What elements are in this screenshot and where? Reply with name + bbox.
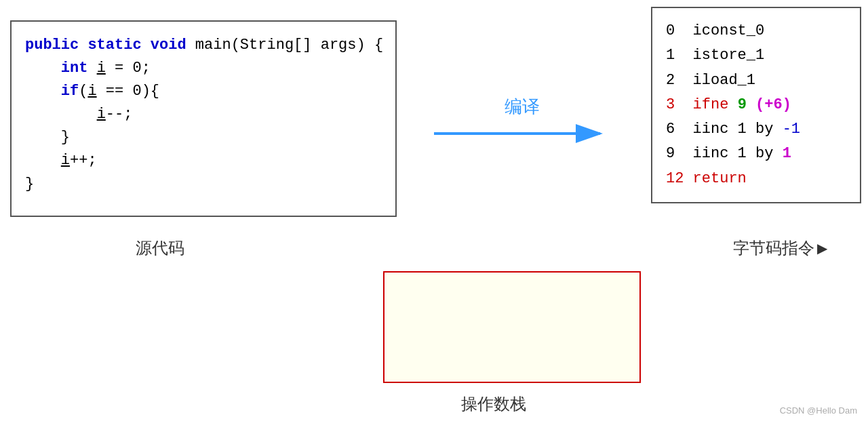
arrow-label: 编译 bbox=[505, 95, 540, 119]
bytecode-panel: 0 iconst_0 1 istore_1 2 iload_1 3 ifne 9… bbox=[651, 7, 861, 203]
bc-line-6: 6 iinc 1 by -1 bbox=[666, 117, 846, 142]
bc-line-2: 2 iload_1 bbox=[666, 68, 846, 93]
bc-line-1: 1 istore_1 bbox=[666, 43, 846, 68]
code-line-6: i++; bbox=[25, 149, 382, 172]
source-code-panel: public static void main(String[] args) {… bbox=[10, 20, 397, 217]
code-line-2: int i = 0; bbox=[25, 57, 382, 80]
code-line-5: } bbox=[25, 126, 382, 149]
source-label: 源代码 bbox=[136, 237, 184, 259]
code-line-1: public static void main(String[] args) { bbox=[25, 34, 382, 57]
cursor-icon: ▶ bbox=[817, 240, 827, 256]
arrow-icon bbox=[434, 121, 610, 146]
bc-line-9: 9 iinc 1 by 1 bbox=[666, 142, 846, 166]
stack-label: 操作数栈 bbox=[461, 393, 526, 415]
code-line-3: if(i == 0){ bbox=[25, 80, 382, 103]
compile-arrow: 编译 bbox=[407, 95, 637, 146]
bc-line-12: 12 return bbox=[666, 167, 846, 191]
bc-line-3: 3 ifne 9 (+6) bbox=[666, 93, 846, 117]
code-line-4: i--; bbox=[25, 103, 382, 126]
stack-panel bbox=[383, 271, 641, 383]
bc-line-0: 0 iconst_0 bbox=[666, 19, 846, 43]
code-line-7: } bbox=[25, 173, 382, 196]
bytecode-label: 字节码指令 ▶ bbox=[733, 237, 827, 259]
watermark: CSDN @Hello Dam bbox=[780, 405, 857, 416]
